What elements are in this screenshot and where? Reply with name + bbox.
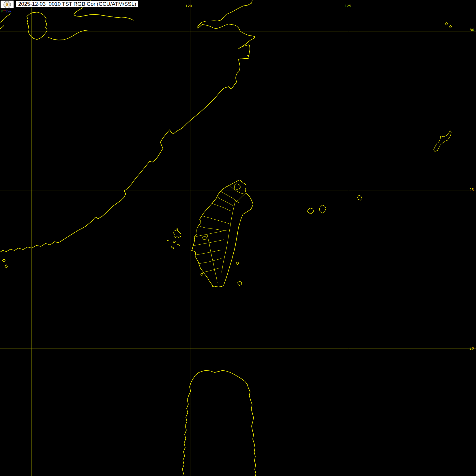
logo-initial: S [1,10,3,13]
lab-logo-text: S atellite cience Lab . [1,9,12,13]
logo-small-text: atellite cience [3,10,6,13]
ishigaki-island [319,205,326,213]
miyako-island [357,195,362,200]
lab-logo [1,1,14,8]
university-seal-icon [3,1,11,8]
penghu-islands [167,228,181,248]
green-island-islet [236,262,239,265]
satellite-map-viewport: 120 125 30 25 20 S atellite cience Lab .… [0,0,476,476]
small-islet-ne-1 [445,23,448,25]
map-canvas [0,0,476,476]
logo-small-line2: cience [3,12,6,13]
iriomote-island [308,208,314,213]
lon-label-125: 125 [345,4,351,8]
coast-fragment-left-1 [0,14,11,23]
coast-fragment-left-2 [0,25,4,29]
luzon-coastline [182,370,256,476]
taiwan-coastline [192,180,253,287]
okinawa-island [434,131,451,152]
graticule-grid [0,0,476,476]
china-coastline [0,0,255,268]
orchid-island-islet [238,281,242,286]
river-line [48,30,88,40]
coast-islet-sw-1 [2,259,5,262]
lat-label-20: 20 [469,346,474,351]
logo-lab-dot: . [11,10,12,13]
lon-label-120: 120 [185,4,192,8]
lake-outline [27,12,47,40]
product-title: 2025-12-03_0010 TST RGB Cor (CCU/ATM/SSL… [18,1,136,7]
lat-label-25: 25 [469,188,474,192]
xiaoliuqiu-islet [201,273,203,276]
taiwan-county-boundaries [193,184,246,283]
ryukyu-islands [308,23,452,213]
coast-islet-sw-2 [5,265,8,268]
logo-lab-text: Lab [6,10,11,13]
small-islet-ne-2 [449,25,452,28]
title-bar: 2025-12-03_0010 TST RGB Cor (CCU/ATM/SSL… [16,1,138,8]
lat-label-30: 30 [470,28,474,32]
offshore-islets [201,262,242,286]
